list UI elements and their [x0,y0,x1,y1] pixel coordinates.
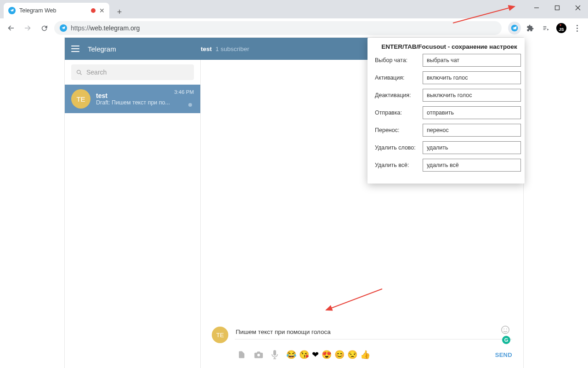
nav-back-icon[interactable] [5,22,17,34]
emoji-option[interactable]: 😒 [347,350,357,360]
app-title: Telegram [88,45,116,53]
composer: TE G 😂 😘 ❤ [201,322,523,368]
search-icon [76,69,83,76]
tab-title: Telegram Web [19,7,56,14]
popup-label: Активация: [375,75,419,81]
popup-input-select-chat[interactable] [423,54,521,67]
composer-avatar: TE [212,327,228,343]
popup-input-send[interactable] [423,106,521,119]
toolbar-right: ♥JS [505,22,583,34]
chat-unread-dot-icon [188,103,192,107]
menu-hamburger-icon[interactable] [71,46,79,52]
emoji-option[interactable]: 👍 [360,350,370,360]
emoji-option[interactable]: 😊 [334,350,345,360]
new-tab-button[interactable]: + [113,6,126,18]
popup-input-delete-all[interactable] [423,159,521,172]
nav-reload-icon[interactable] [38,22,51,34]
search-placeholder: Search [86,69,107,76]
grammarly-icon[interactable]: G [502,336,510,344]
extension-popup: ENTER/TAB/Focusout - сохранение настроек… [368,38,525,184]
address-bar: https://web.telegram.org ♥JS [0,18,588,38]
emoji-option[interactable]: ❤ [312,350,319,360]
quick-emoji-row: 😂 😘 ❤ 😍 😊 😒 👍 [286,350,370,360]
chat-header-sub: 1 subscriber [215,46,249,52]
svg-rect-1 [555,6,559,10]
popup-input-delete-word[interactable] [423,141,521,154]
svg-point-9 [506,328,507,329]
search-input[interactable]: Search [71,64,194,80]
site-info-icon[interactable] [60,24,67,32]
url-protocol: https:// [71,24,90,32]
chat-list-item[interactable]: TE test Draft: Пишем текст при по... 3:4… [65,85,200,113]
popup-input-newline[interactable] [423,124,521,137]
svg-point-5 [77,70,81,74]
chrome-menu-icon[interactable] [571,22,583,34]
send-button[interactable]: SEND [495,351,512,358]
tab-strip: Telegram Web ✕ + [0,0,588,18]
popup-input-deactivate[interactable] [423,89,521,102]
profile-avatar[interactable]: ♥JS [555,22,568,34]
popup-label: Деактивация: [375,92,419,98]
chat-avatar: TE [71,89,90,109]
emoji-option[interactable]: 😂 [286,350,296,360]
browser-chrome: Telegram Web ✕ + https://web.telegram.or… [0,0,588,38]
extensions-puzzle-icon[interactable] [524,22,537,34]
message-input[interactable] [235,327,512,339]
popup-body[interactable]: Выбор чата: Активация: Деактивация: Отпр… [375,54,524,177]
popup-title: ENTER/TAB/Focusout - сохранение настроек [375,42,524,54]
attach-photo-icon[interactable] [254,351,263,359]
window-maximize[interactable] [547,0,567,16]
window-minimize[interactable] [526,0,547,16]
popup-label: Удалить слово: [375,144,419,151]
svg-point-7 [502,326,509,334]
recording-indicator-icon [91,8,96,13]
svg-point-8 [503,328,504,329]
composer-toolbar: 😂 😘 ❤ 😍 😊 😒 👍 SEND [237,350,512,360]
svg-point-10 [257,354,260,356]
popup-label: Отправка: [375,109,419,116]
emoji-option[interactable]: 😍 [322,350,332,360]
browser-tab[interactable]: Telegram Web ✕ [4,3,109,18]
chat-time: 3:46 PM [174,89,194,95]
nav-forward-icon[interactable] [21,22,34,34]
telegram-favicon-icon [8,7,16,14]
popup-label: Удалить всё: [375,162,419,168]
popup-label: Перенос: [375,127,419,133]
window-close[interactable] [567,0,588,16]
media-control-icon[interactable] [539,22,552,34]
chat-header-name: test [201,46,212,52]
window-controls [526,0,588,16]
svg-rect-11 [273,350,276,356]
url-host: web.telegram.org [90,24,140,32]
tab-close-icon[interactable]: ✕ [99,7,105,14]
svg-line-6 [80,73,81,75]
chat-draft: Draft: Пишем текст при по... [96,99,194,106]
popup-input-activate[interactable] [423,71,521,84]
popup-label: Выбор чата: [375,57,419,63]
attach-file-icon[interactable] [237,351,246,359]
emoji-picker-icon[interactable] [500,325,510,335]
voice-mic-icon[interactable] [271,350,278,359]
extension-telegram-icon[interactable] [508,22,521,34]
emoji-option[interactable]: 😘 [299,350,309,360]
url-input[interactable]: https://web.telegram.org [54,21,502,35]
sidebar: Search TE test Draft: Пишем текст при по… [65,60,201,368]
